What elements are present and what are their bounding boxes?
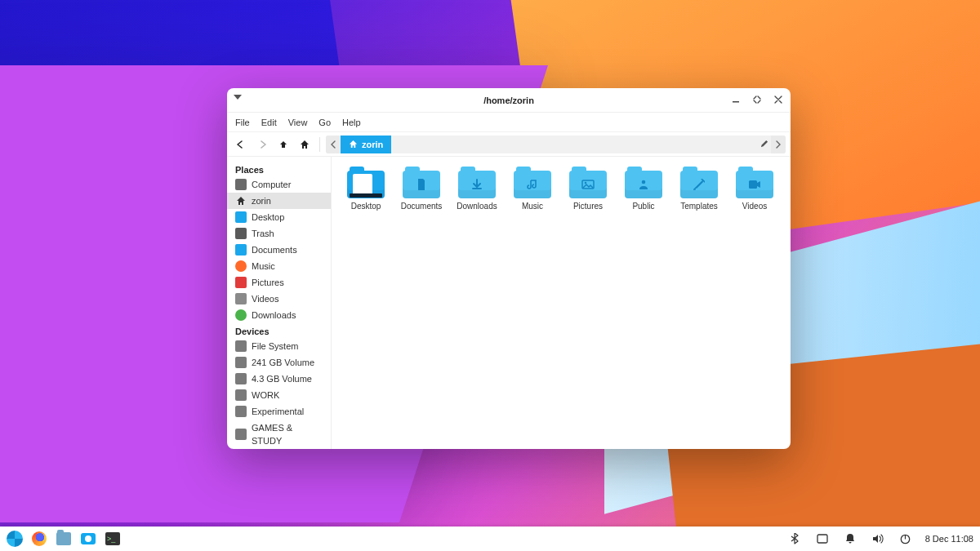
svg-point-2 [585,182,587,184]
folder-grey-icon [235,293,247,304]
sidebar-item-label: 241 GB Volume [252,356,314,369]
start-menu-icon[interactable] [7,531,23,547]
menu-file[interactable]: File [235,118,250,127]
sidebar-item-label: GAMES & STUDY [252,421,323,447]
sidebar-item-label: Downloads [252,309,296,322]
folder-icon [403,171,440,198]
folder-icon [514,171,551,198]
sidebar-heading: Places [227,162,331,176]
svg-rect-5 [817,535,827,543]
taskbar: >_ 8 Dec 11:08 [0,527,980,551]
path-bar[interactable]: zorin [326,136,786,153]
menu-go[interactable]: Go [318,118,331,127]
pictures-icon [235,277,247,288]
window-maximize-icon[interactable] [750,92,764,107]
window-title: /home/zorin [483,96,534,105]
nav-home-icon[interactable] [296,136,314,153]
folder-label: Pictures [573,202,603,211]
sidebar-item-label: Videos [252,292,278,305]
taskbar-clock[interactable]: 8 Dec 11:08 [925,534,973,544]
sidebar-item-trash[interactable]: Trash [227,225,331,242]
svg-rect-0 [733,101,739,103]
sidebar-item-label: zorin [252,194,271,207]
toolbar: zorin [227,132,791,157]
nav-up-icon[interactable] [274,136,292,153]
folder-public[interactable]: Public [617,168,670,213]
menu-edit[interactable]: Edit [261,118,277,127]
sidebar-item-music[interactable]: Music [227,258,331,274]
nav-forward-icon[interactable] [253,136,271,153]
sidebar-item-experimental[interactable]: Experimental [227,403,331,420]
folder-icon [736,171,773,198]
folder-label: Documents [401,202,443,211]
sidebar-item-label: Desktop [252,211,284,224]
folder-label: Templates [680,202,718,211]
camera-icon[interactable] [80,531,96,547]
folder-icon [347,171,385,198]
path-edit-icon[interactable] [756,136,771,153]
sidebar-item-work[interactable]: WORK [227,387,331,403]
sidebar-item-label: WORK [252,389,279,402]
folder-label: Downloads [457,202,497,211]
folder-icon [458,171,496,198]
nav-back-icon[interactable] [232,136,250,153]
window-minimize-icon[interactable] [728,92,743,107]
window-close-icon[interactable] [771,92,786,107]
svg-point-3 [642,180,646,184]
notifications-icon[interactable] [842,531,858,547]
folder-icon [680,171,718,198]
sidebar: PlacesComputerzorinDesktopTrashDocuments… [227,157,332,449]
firefox-icon[interactable] [31,531,47,547]
power-icon[interactable] [898,531,914,547]
sidebar-item-downloads[interactable]: Downloads [227,307,331,323]
folder-documents[interactable]: Documents [395,168,448,213]
workspace-icon[interactable] [814,531,831,547]
sidebar-item-videos[interactable]: Videos [227,291,331,307]
sidebar-item-desktop[interactable]: Desktop [227,209,331,225]
sidebar-item-documents[interactable]: Documents [227,242,331,258]
files-icon[interactable] [56,531,72,547]
folder-icon [569,171,607,198]
folder-label: Desktop [351,202,381,211]
disk-icon [235,389,247,401]
menu-help[interactable]: Help [342,118,361,127]
sidebar-item-label: Music [252,260,275,273]
sidebar-item-label: Experimental [252,405,304,418]
sidebar-heading: Devices [227,323,331,338]
sidebar-item-4-3-gb-volume[interactable]: 4.3 GB Volume [227,371,331,387]
trash-icon [235,228,247,239]
terminal-icon[interactable]: >_ [105,531,121,547]
home-icon [235,195,247,207]
sidebar-item-computer[interactable]: Computer [227,176,331,193]
window-titlebar[interactable]: /home/zorin [227,88,791,113]
folder-pictures[interactable]: Pictures [562,168,614,213]
folder-desktop[interactable]: Desktop [340,168,392,213]
disk-icon [235,373,247,384]
file-manager-window: /home/zorin File Edit View Go Help [227,88,791,449]
path-crumb-home[interactable]: zorin [341,136,391,153]
window-menu-icon[interactable] [234,95,242,100]
sidebar-item-zorin[interactable]: zorin [227,193,331,209]
folder-music[interactable]: Music [506,168,559,213]
folder-icon [625,171,662,198]
folder-label: Public [632,202,654,211]
volume-icon[interactable] [870,531,886,547]
bluetooth-icon[interactable] [786,531,803,547]
path-crumb-label: zorin [362,140,383,149]
folder-content[interactable]: DesktopDocumentsDownloadsMusicPicturesPu… [332,157,791,449]
sidebar-item-pictures[interactable]: Pictures [227,274,331,291]
home-icon [349,140,358,149]
path-history-back-icon[interactable] [326,136,341,153]
disk-icon [235,357,247,368]
menu-view[interactable]: View [288,118,308,127]
sidebar-item-file-system[interactable]: File System [227,338,331,354]
svg-rect-4 [749,180,757,189]
downloads-icon [235,309,247,321]
folder-templates[interactable]: Templates [673,168,725,213]
sidebar-item-241-gb-volume[interactable]: 241 GB Volume [227,354,331,371]
folder-videos[interactable]: Videos [728,168,781,213]
folder-downloads[interactable]: Downloads [451,168,503,213]
path-history-forward-icon[interactable] [771,136,786,153]
folder-blue-icon [235,211,247,223]
sidebar-item-games-study[interactable]: GAMES & STUDY [227,420,331,449]
